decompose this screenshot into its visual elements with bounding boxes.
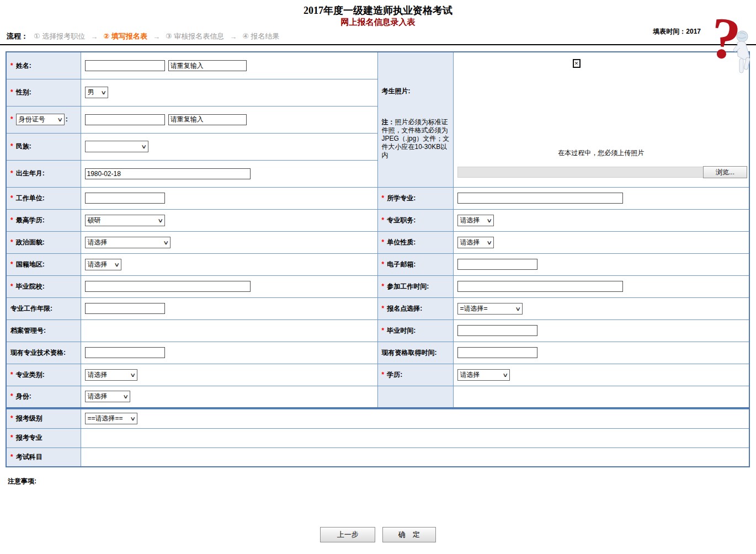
required-asterisk: *	[382, 371, 385, 379]
grad-school-input[interactable]	[85, 281, 251, 292]
field-cell-highest-edu: 硕研∨	[81, 209, 377, 231]
process-label: 流程：	[7, 31, 28, 41]
required-asterisk: *	[10, 283, 13, 290]
breadcrumb: 流程： ① 选择报考职位 → ② 填写报名表 → ③ 审核报名表信息 → ④ 报…	[0, 31, 756, 42]
required-asterisk: *	[10, 414, 13, 422]
id-colon: :	[66, 115, 68, 123]
field-cell-id-number	[81, 106, 377, 133]
required-asterisk: *	[10, 62, 13, 70]
arrow-icon: →	[153, 33, 160, 41]
field-cell-work-unit	[81, 187, 377, 209]
work-years-input[interactable]	[85, 303, 165, 314]
work-unit-label: 工作单位:	[16, 194, 45, 202]
previous-step-button[interactable]: 上一步	[320, 527, 375, 542]
label-cell-major-learned: *所学专业:	[377, 187, 453, 209]
field-cell-nationality: 请选择∨	[81, 253, 377, 275]
id-type-select[interactable]: 身份证号∨	[16, 114, 65, 125]
chevron-down-icon: ∨	[515, 306, 521, 312]
work-unit-input[interactable]	[85, 193, 165, 204]
step-review-info[interactable]: ③ 审核报名表信息	[166, 31, 224, 41]
grad-time-input[interactable]	[457, 325, 537, 336]
required-asterisk: *	[10, 260, 13, 268]
political-select[interactable]: 请选择∨	[85, 237, 171, 248]
name-repeat-input[interactable]	[168, 60, 247, 71]
label-cell-grad-time: *毕业时间:	[377, 319, 453, 342]
broken-image-icon: ✕	[573, 59, 581, 68]
chevron-down-icon: ∨	[130, 372, 136, 378]
photo-area: ✕ 在本过程中，您必须上传照片 浏览...	[453, 52, 749, 187]
current-qual-label: 现有专业技术资格:	[10, 349, 66, 356]
required-asterisk: *	[382, 260, 385, 268]
grad-school-label: 毕业院校:	[16, 283, 45, 290]
prof-title-select[interactable]: 请选择∨	[457, 215, 494, 226]
id-number-repeat-input[interactable]	[168, 114, 247, 125]
field-cell-archive-no	[81, 319, 377, 342]
label-cell-ethnic: *民族:	[6, 133, 81, 160]
work-start-input[interactable]	[457, 281, 623, 292]
nationality-select[interactable]: 请选择∨	[85, 259, 121, 270]
label-cell-birth: *出生年月:	[6, 160, 81, 187]
qual-time-label: 现有资格取得时间:	[382, 349, 437, 356]
field-cell-qual-time	[453, 342, 749, 364]
name-input[interactable]	[85, 60, 165, 71]
chevron-down-icon: ∨	[130, 415, 136, 422]
label-cell-prof-title: *专业职务:	[377, 209, 453, 231]
photo-label: 考生照片:	[382, 87, 453, 96]
field-cell-exam-subjects	[81, 448, 749, 467]
page-subtitle: 网上报名信息录入表	[0, 17, 756, 28]
label-cell-major-category: *专业类别:	[6, 364, 81, 386]
unit-type-select[interactable]: 请选择∨	[457, 237, 494, 248]
field-cell-unit-type: 请选择∨	[453, 231, 749, 253]
ethnic-select[interactable]: ∨	[85, 141, 148, 152]
step-select-position[interactable]: ① 选择报考职位	[34, 31, 85, 41]
field-cell-reg-point: =请选择=∨	[453, 297, 749, 319]
birth-date-input[interactable]	[85, 168, 251, 179]
highest-edu-select[interactable]: 硕研∨	[85, 215, 165, 226]
page-title: 2017年度一级建造师执业资格考试	[0, 4, 756, 17]
photo-note-prefix: 注：	[382, 118, 395, 126]
label-cell-name: *姓名:	[6, 52, 81, 79]
confirm-button[interactable]: 确 定	[382, 527, 436, 542]
gender-select[interactable]: 男∨	[85, 87, 108, 98]
chevron-down-icon: ∨	[502, 372, 508, 378]
step-fill-form-active[interactable]: ② 填写报名表	[103, 31, 147, 41]
field-cell-identity: 请选择∨	[81, 386, 377, 408]
grad-time-label: 毕业时间:	[387, 327, 416, 334]
exam-level-label: 报考级别	[16, 414, 42, 422]
work-years-label: 专业工作年限:	[10, 305, 52, 312]
unit-type-label: 单位性质:	[387, 238, 416, 246]
chevron-down-icon: ∨	[141, 143, 147, 150]
field-cell-email	[453, 253, 749, 275]
label-cell-edu-level: *学历:	[377, 364, 453, 386]
fill-time-label: 填表时间：2017	[653, 27, 701, 36]
id-number-input[interactable]	[85, 114, 165, 125]
political-label: 政治面貌:	[16, 238, 45, 246]
email-input[interactable]	[457, 259, 537, 270]
exam-subjects-label: 考试科目	[16, 453, 42, 461]
field-cell-ethnic: ∨	[81, 133, 377, 160]
edu-level-select[interactable]: 请选择∨	[457, 369, 510, 381]
step-result[interactable]: ④ 报名结果	[242, 31, 279, 41]
browse-button[interactable]: 浏览...	[703, 166, 747, 178]
file-upload-control[interactable]: 浏览...	[457, 166, 748, 178]
identity-select[interactable]: 请选择∨	[85, 391, 130, 402]
gender-label: 性别:	[16, 88, 31, 96]
label-cell-archive-no: 档案管理号:	[6, 319, 81, 342]
major-learned-input[interactable]	[457, 193, 623, 204]
exam-level-select[interactable]: ==请选择==∨	[85, 413, 137, 424]
field-cell-exam-level: ==请选择==∨	[81, 409, 749, 428]
current-qual-input[interactable]	[85, 347, 165, 358]
label-cell-work-unit: *工作单位:	[6, 187, 81, 209]
email-label: 电子邮箱:	[387, 260, 416, 268]
reg-point-select[interactable]: =请选择=∨	[457, 303, 523, 315]
required-asterisk: *	[10, 216, 13, 224]
reg-point-label: 报名点选择:	[387, 305, 422, 312]
work-start-label: 参加工作时间:	[387, 283, 429, 290]
required-asterisk: *	[382, 327, 385, 334]
required-asterisk: *	[382, 305, 385, 312]
required-asterisk: *	[382, 283, 385, 290]
exam-selection-table: *报考级别 ==请选择==∨ *报考专业 *考试科目	[6, 409, 750, 468]
label-cell-current-qual: 现有专业技术资格:	[6, 342, 81, 364]
major-category-select[interactable]: 请选择∨	[85, 369, 137, 381]
qual-time-input[interactable]	[457, 347, 537, 358]
